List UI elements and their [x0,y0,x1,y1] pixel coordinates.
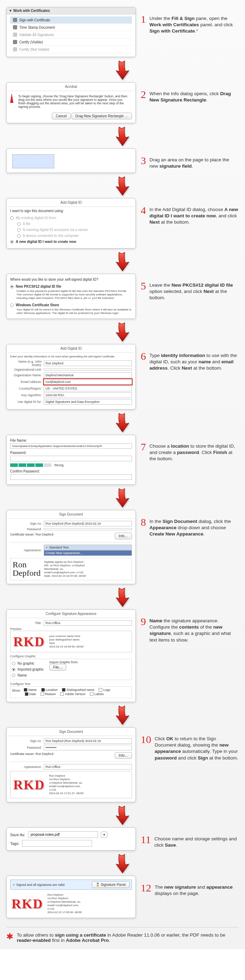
dialog-title: Acrobat [8,84,134,91]
password-input[interactable]: •••••••••• [44,745,132,750]
configure-graphic-label: Configure Graphic [10,654,132,658]
ribbon-icon [13,40,17,44]
footnote-text: To allow others to sign using a certific… [17,932,239,943]
info-button[interactable]: Info… [115,533,132,539]
email-input[interactable]: ron@depford.com [44,379,132,385]
radio-device: A device connected to this computer [10,233,132,239]
menu-time-stamp[interactable]: Time Stamp Document [10,24,132,31]
preview-label: Preview [10,627,132,631]
screenshot-add-digital-id: Add Digital ID I want to sign this docum… [6,198,136,248]
panel-title: ▼ Work with Certificates [6,7,135,14]
dialog-body: To begin signing, choose the 'Drag New S… [16,93,132,110]
step-number: 11 [141,834,151,845]
save-as-input[interactable] [28,831,98,838]
password-strength-bar [10,463,51,467]
step-desc: Drag an area on the page to place the ne… [150,155,239,169]
dialog-title: Sign Document [8,512,134,519]
menu-certify-visible[interactable]: Certify (Visible) [10,38,132,46]
check-icon [13,33,17,37]
screenshot-result: ✔ Signed and all signatures are valid. 🏅… [6,876,136,918]
step-number: 10 [141,734,151,745]
radio-no-graphic[interactable]: No graphic [12,660,44,667]
chevron-down-icon[interactable]: ▾ [101,832,107,838]
step-desc: Name the signature appearance. Configure… [150,616,239,643]
pkcs12-desc: Creates a new password protected digital… [10,290,132,302]
arrow-icon [112,251,133,272]
step-number: 12 [141,883,151,893]
cancel-button[interactable]: Cancel [52,113,70,119]
chk-labels[interactable]: Labels [90,692,104,696]
menu-sign-with-certificate[interactable]: Sign with Certificate [10,16,132,24]
file-path-input[interactable]: /Users/jbaker/Library/Application Suppor… [10,444,132,449]
dialog-lead: Where would you like to store your self-… [10,278,132,282]
import-file-button[interactable]: File… [49,664,66,671]
use-for-select[interactable]: Digital Signatures and Data Encryption [44,399,132,405]
step-number: 6 [141,351,146,361]
signature-panel-button[interactable]: 🏅 Signature Panel [92,881,129,888]
tags-label: Tags: [10,842,19,846]
screenshot-pkcs12: Where would you like to store your self-… [6,274,136,319]
appearance-create-new[interactable]: Create New Appearance… [44,550,132,556]
screenshot-location-password: File Name: /Users/jbaker/Library/Applica… [6,435,136,485]
sign-as-select[interactable]: Ron Depford (Ron Depford) 2019.02.19 [44,521,132,527]
save-as-label: Save As: [10,833,25,837]
chk-reason[interactable]: Reason [41,692,56,696]
step-desc: When the Info dialog opens, click Drag N… [150,89,239,103]
step-desc: Choose a location to store the digital I… [150,442,239,462]
issuer-label: Certificate Issuer: Ron Depford [10,752,54,759]
screenshot-drag-area [6,148,136,173]
acrobat-icon [10,93,13,103]
step-number: 2 [141,89,146,100]
sign-as-select[interactable]: Ron Depford (Ron Depford) 2019.02.19 [44,738,132,744]
step-number: 5 [141,281,146,291]
ribbon-icon [13,47,17,51]
tags-input[interactable] [22,840,92,846]
step-desc: In the Sign Document dialog, click the A… [150,517,239,538]
radio-new-id[interactable]: A new digital ID I want to create now [10,239,132,245]
title-input[interactable]: Ron-Office [44,620,132,626]
radio-pkcs12[interactable]: New PKCS#12 digital ID file [10,283,132,290]
chk-logo[interactable]: Logo [99,688,110,692]
file-label: File Name: [10,439,132,442]
dialog-lead: Enter your identity information to be us… [10,355,132,358]
radio-imported-graphic[interactable]: Imported graphic [12,667,44,672]
org-name-input[interactable]: Depford Mechanical [44,372,132,378]
confirm-password-input[interactable] [10,474,132,480]
arrow-icon [112,59,133,80]
step-desc: Type identity information to use with th… [150,351,239,372]
org-unit-input[interactable] [44,369,132,371]
arrow-icon [112,175,133,196]
preview-text: your common name here your distinguished… [49,635,84,649]
chk-date[interactable]: Date [25,692,36,696]
signature-field-rect[interactable] [12,154,54,169]
dialog-title: Add Digital ID [8,200,134,207]
chk-name[interactable]: Name [24,688,37,692]
step-desc: In the Add Digital ID dialog, choose A n… [150,205,239,226]
key-alg-select[interactable]: 1024-bit RSA [44,392,132,398]
chk-location[interactable]: Location [41,688,58,692]
arrow-icon [112,487,133,508]
step-desc: Under the Fill & Sign pane, open the Wor… [150,14,239,35]
password-input[interactable] [44,528,132,530]
arrow-icon [112,704,133,725]
radio-windows-store[interactable]: Windows Certificate Store [10,302,132,308]
check-icon: ✔ [13,883,15,886]
country-select[interactable]: US - UNITED STATES [44,386,132,391]
chk-adobe-version[interactable]: Adobe Version [60,692,85,696]
appearance-select[interactable]: ✓ Standard Text [44,545,132,550]
appearance-select[interactable]: Ron-Office [44,764,132,770]
arrow-icon [112,321,133,342]
drag-rectangle-button[interactable]: Drag New Signature Rectangle … [72,113,132,119]
step-number: 4 [141,205,146,216]
step-desc: Choose name and storage settings and cli… [154,834,239,848]
step-number: 9 [141,616,146,627]
screenshot-work-with-certificates: ▼ Work with Certificates Sign with Certi… [6,7,136,57]
password-input[interactable] [10,456,132,461]
screenshot-sign-document: Sign Document Sign As:Ron Depford (Ron D… [6,510,136,584]
chk-dn[interactable]: Distinguished name [62,688,94,692]
info-button[interactable]: Info… [115,752,132,759]
step-number: 1 [141,14,146,24]
screenshot-info-dialog: Acrobat To begin signing, choose the 'Dr… [6,82,136,123]
radio-name-graphic[interactable]: Name [12,672,44,678]
name-input[interactable]: Ron Depford [44,361,132,366]
